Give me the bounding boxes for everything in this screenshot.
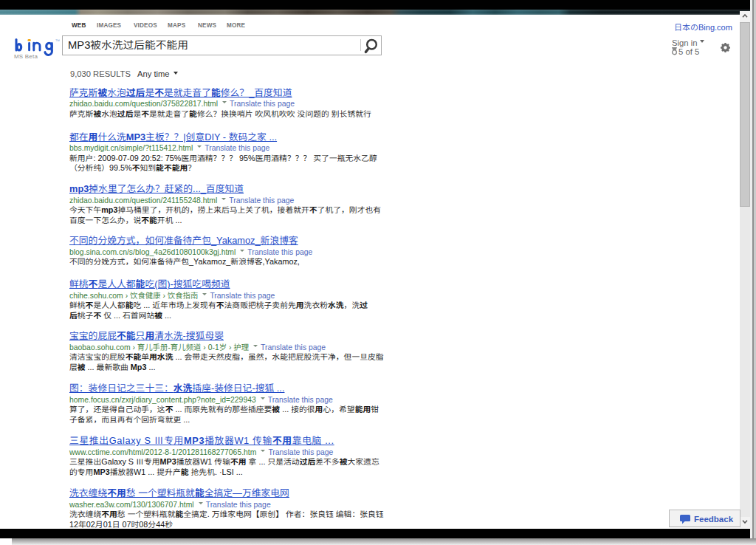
svg-text:™: ™: [55, 38, 61, 44]
